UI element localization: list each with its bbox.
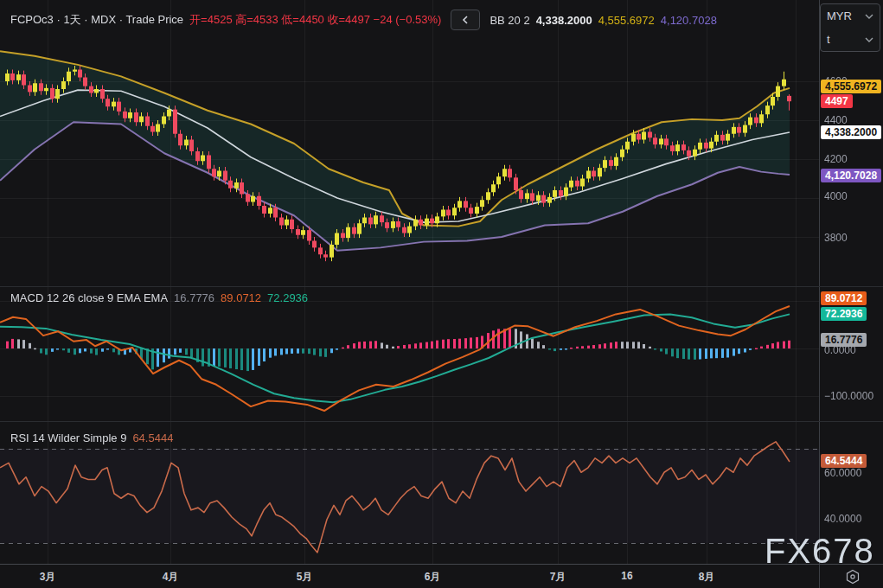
axis-tick: −100.0000 [824,390,873,402]
unit-value: t [827,33,830,46]
chevron-down-icon [865,14,873,19]
macd-signal-value: 72.2936 [267,291,308,304]
price-badge: 4,555.6972 [821,80,881,93]
axis-tick: 60.0000 [824,467,861,479]
axis-tick: 4400 [824,114,848,126]
price-badge: 64.5444 [821,454,867,468]
chevron-left-icon [462,16,469,24]
axis-tick: 3800 [824,232,848,244]
trading-chart-app: FCPOc3 · 1天 · MDX · Trade Price 开=4525 高… [0,0,883,588]
macd-hist-value: 16.7776 [174,291,214,304]
chevron-down-icon [865,37,873,42]
price-badge: 4497 [821,94,853,108]
time-axis-label: 16 [621,570,632,582]
currency-value: MYR [827,10,852,22]
collapse-legend-button[interactable] [451,10,480,30]
time-axis-label: 8月 [699,570,715,585]
macd-line-value: 89.0712 [221,291,261,304]
hexagon-dot-icon [844,568,861,585]
unit-dropdown[interactable]: t [821,28,880,51]
time-axis-label: 3月 [40,570,56,585]
ohlc-values: 开=4525 高=4533 低=4450 收=4497 −24 (−0.53%) [189,12,441,28]
bb-basis-value: 4,338.2000 [536,14,592,27]
rsi-legend-row: RSI 14 Wilder Simple 9 64.5444 [10,431,173,444]
unit-selector: MYR t [820,3,880,52]
rsi-label: RSI 14 Wilder Simple 9 [10,431,126,444]
macd-label: MACD 12 26 close 9 EMA EMA [10,291,168,304]
axis-tick: 4000 [824,190,848,202]
bb-label: BB 20 2 [489,14,529,27]
price-badge: 4,120.7028 [821,169,881,182]
symbol-legend-row: FCPOc3 · 1天 · MDX · Trade Price 开=4525 高… [10,10,717,30]
price-badge: 4,338.2000 [821,125,881,139]
axis-settings-button[interactable] [843,568,862,585]
time-axis-label: 7月 [550,570,566,585]
macd-legend-row: MACD 12 26 close 9 EMA EMA 16.7776 89.07… [10,291,308,304]
bb-upper-value: 4,555.6972 [598,14,655,27]
price-scale[interactable]: 460044004200400038000.0000−100.000060.00… [820,0,883,564]
rsi-value: 64.5444 [132,431,173,444]
time-axis-label: 5月 [297,570,313,585]
currency-dropdown[interactable]: MYR [821,4,880,28]
pane-divider-macd[interactable] [0,286,883,287]
time-axis-label: 4月 [163,570,179,585]
axis-tick: 40.0000 [824,513,861,525]
chart-canvas[interactable] [0,0,819,564]
time-axis-label: 6月 [425,570,441,585]
price-badge: 89.0712 [821,291,867,305]
symbol-title: FCPOc3 · 1天 · MDX · Trade Price [10,12,183,28]
time-axis[interactable]: 3月4月5月6月7月168月 [0,565,883,588]
price-badge: 72.2936 [821,307,867,321]
bb-lower-value: 4,120.7028 [661,14,717,27]
pane-divider-rsi[interactable] [0,421,883,422]
axis-tick: 4200 [824,153,848,165]
price-badge: 16.7776 [821,333,867,347]
